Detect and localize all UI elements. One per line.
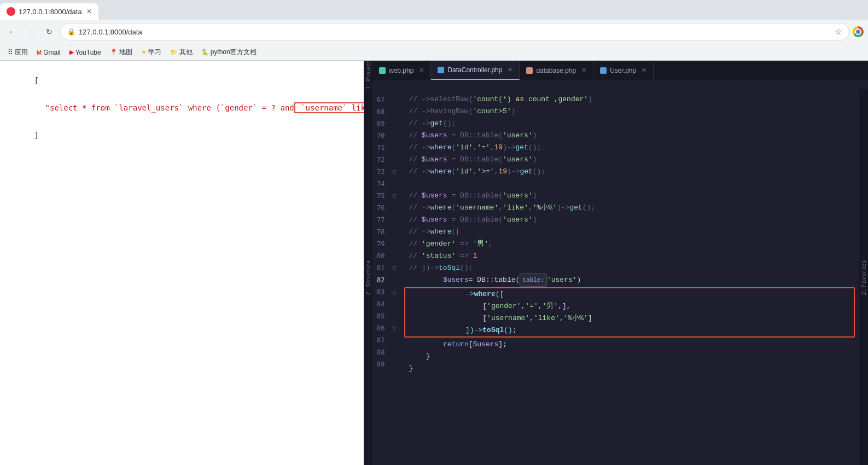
line-num-75: 75 <box>372 190 389 202</box>
bookmark-maps[interactable]: 📍 地图 <box>107 47 136 58</box>
json-open-bracket: [ <box>34 76 39 85</box>
bookmark-study[interactable]: ★ 学习 <box>138 47 165 58</box>
browser-chrome: 127.0.0.1:8000/data ✕ ← → ↻ 🔒 127.0.0.1:… <box>0 0 868 61</box>
url-text: 127.0.0.1:8000/data <box>79 28 832 36</box>
gutter-69 <box>389 118 400 130</box>
code-line-71: // ->where('id','=',19)->get(); <box>400 142 859 154</box>
fold-75-icon[interactable]: ▽ <box>392 193 397 199</box>
project-sidebar-label: 1: Project <box>364 61 372 89</box>
fold-86-icon[interactable]: ▽ <box>392 326 397 332</box>
back-button[interactable]: ← <box>4 24 20 39</box>
ide-main: Z: Structure 67 68 69 70 71 72 73 74 75 … <box>364 89 868 465</box>
forward-button[interactable]: → <box>23 24 38 39</box>
tab-database-close[interactable]: ✕ <box>581 67 586 74</box>
comma1-84: , <box>521 300 526 312</box>
tab-label: 127.0.0.1:8000/data <box>19 8 82 16</box>
code-line-82: $users = DB::table( table: 'users' ) <box>400 274 859 286</box>
fold-81-icon[interactable]: ▽ <box>392 265 397 271</box>
indent-83 <box>414 288 465 300</box>
indent-82 <box>409 274 442 286</box>
tab-datacontroller[interactable]: DataController.php ✕ <box>431 61 520 80</box>
keyword-return-87: return <box>443 339 469 351</box>
ide-tab-area: 1: Project web.php ✕ DataController.php … <box>364 61 868 89</box>
line-num-76: 76 <box>372 202 389 214</box>
code-line-88: } <box>400 351 859 363</box>
str-username-85: 'username' <box>487 312 529 324</box>
line-num-70: 70 <box>372 130 389 142</box>
tab-close-button[interactable]: ✕ <box>86 8 92 15</box>
tab-web-close[interactable]: ✕ <box>419 67 424 74</box>
tab-user-close[interactable]: ✕ <box>642 67 646 74</box>
bookmark-star-icon[interactable]: ☆ <box>835 27 842 36</box>
address-bar[interactable]: 🔒 127.0.0.1:8000/data ☆ <box>60 23 849 40</box>
browser-tab[interactable]: 127.0.0.1:8000/data ✕ <box>0 3 98 20</box>
bookmark-study-label: 学习 <box>148 48 161 57</box>
bookmark-apps[interactable]: ⠿ 应用 <box>4 47 31 58</box>
fold-73-icon[interactable]: ▽ <box>392 169 397 175</box>
line-num-71: 71 <box>372 142 389 154</box>
favorites-sidebar: 2: Favorites <box>859 89 868 465</box>
bookmark-python[interactable]: 🐍 python官方文档 <box>198 47 260 58</box>
comment-70: // $users = DB::table('users') <box>409 130 537 142</box>
method-where-83: ->where([ <box>465 288 504 300</box>
comment-67: // ->selectRaw('count(*) as count ,gende… <box>409 94 592 106</box>
comma1-85: , <box>529 312 534 324</box>
fold-83-icon[interactable]: ◇ <box>392 289 397 295</box>
json-close-bracket: ] <box>34 131 39 140</box>
comma2-84: , <box>538 300 543 312</box>
gutter-77 <box>389 214 400 226</box>
tab-database-label: database.php <box>536 67 576 74</box>
tab-datacontroller-close[interactable]: ✕ <box>508 66 512 73</box>
database-tab-icon <box>526 67 533 74</box>
bookmark-other[interactable]: 📁 其他 <box>167 47 196 58</box>
comment-69: // ->get(); <box>409 118 456 130</box>
bookmark-maps-label: 地图 <box>119 48 132 57</box>
line-num-79: 79 <box>372 238 389 250</box>
gutter-87 <box>389 334 400 346</box>
arr-85: [ <box>482 312 487 324</box>
code-line-76: // ->where('username','like','%小%')->get… <box>400 202 859 214</box>
gutter-70 <box>389 130 400 142</box>
var-users-87: $users <box>473 339 499 351</box>
favorites-sidebar-text: 2: Favorites <box>861 260 867 295</box>
gutter-85 <box>389 310 400 322</box>
code-line-77: // $users = DB::table('users') <box>400 214 859 226</box>
reload-button[interactable]: ↻ <box>42 24 57 39</box>
project-sidebar-text: 1: Project <box>365 61 371 89</box>
arr-close-85: ] <box>588 312 592 324</box>
comment-79: // 'gender' => '男', <box>409 238 492 250</box>
line-num-68: 68 <box>372 106 389 118</box>
code-line-73: // ->where('id','>=',19)->get(); <box>400 166 859 178</box>
indent-86 <box>414 324 465 336</box>
code-line-84: [ 'gender' , '=' , '男' ,], <box>405 300 854 312</box>
gutter-81: ▽ <box>389 262 400 274</box>
arr-open-87: [ <box>469 339 473 351</box>
line-numbers: 67 68 69 70 71 72 73 74 75 76 77 78 79 8… <box>372 89 389 465</box>
code-line-74 <box>400 178 859 190</box>
comment-71: // ->where('id','=',19)->get(); <box>409 142 541 154</box>
bookmark-gmail[interactable]: M Gmail <box>33 48 64 57</box>
eq-82: = DB::table( <box>469 274 520 286</box>
line-num-72: 72 <box>372 154 389 166</box>
json-output: [ "select * from `laravel_users` where (… <box>7 67 357 148</box>
comment-76: // ->where('username','like','%小%')->get… <box>409 202 595 214</box>
ide-panel: 1: Project web.php ✕ DataController.php … <box>364 61 868 465</box>
json-gender-condition: (`gender` = ? <box>211 103 280 112</box>
tab-database[interactable]: database.php ✕ <box>520 61 593 80</box>
line-num-67: 67 <box>372 94 389 106</box>
line-num-78: 78 <box>372 226 389 238</box>
gutter-68 <box>389 106 400 118</box>
tab-web[interactable]: web.php ✕ <box>372 61 431 80</box>
tab-user[interactable]: User.php ✕ <box>593 61 654 80</box>
hint-table: table: <box>520 274 547 287</box>
gutter-75: ▽ <box>389 190 400 202</box>
gutter-86: ▽ <box>389 322 400 334</box>
browser-content: [ "select * from `laravel_users` where (… <box>0 61 364 465</box>
bookmark-other-label: 其他 <box>179 48 193 57</box>
bookmark-youtube[interactable]: ▶ YouTube <box>66 48 104 57</box>
code-line-69: // ->get(); <box>400 118 859 130</box>
str-male-84: '男' <box>543 300 558 312</box>
code-line-89: } <box>400 363 859 375</box>
nav-bar: ← → ↻ 🔒 127.0.0.1:8000/data ☆ <box>0 20 868 44</box>
code-line-70: // $users = DB::table('users') <box>400 130 859 142</box>
